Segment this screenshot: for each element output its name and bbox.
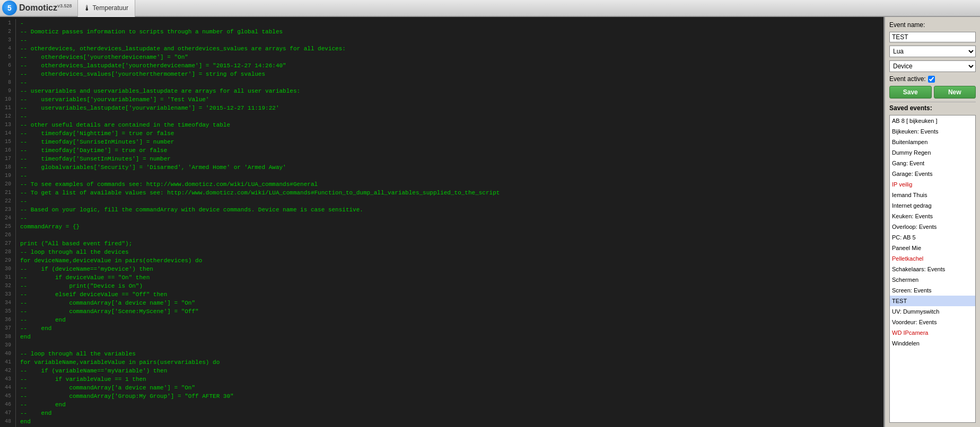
- line-content: --: [20, 172, 27, 180]
- line-number: 5: [0, 53, 16, 61]
- code-line: 12--: [0, 112, 883, 121]
- line-number: 27: [0, 239, 16, 248]
- event-item-voordeur[interactable]: Voordeur: Events: [890, 317, 975, 327]
- event-item-keuken[interactable]: Keuken: Events: [890, 211, 975, 221]
- line-number: 34: [0, 299, 16, 307]
- event-item-iemand-thuis[interactable]: Iemand Thuis: [890, 190, 975, 200]
- event-active-row: Event active:: [889, 75, 976, 83]
- event-item-winddelen[interactable]: Winddelen: [890, 338, 975, 349]
- language-select[interactable]: Lua Python dzVents: [889, 46, 976, 57]
- event-item-screen[interactable]: Screen: Events: [890, 285, 975, 296]
- event-active-checkbox[interactable]: [928, 76, 935, 83]
- event-item-schakelaars[interactable]: Schakelaars: Events: [890, 264, 975, 274]
- line-content: -: [20, 19, 24, 28]
- code-line: 27print ("All based event fired");: [0, 239, 883, 248]
- line-number: 9: [0, 87, 16, 95]
- saved-events-list[interactable]: AB 8 [ bijkeuken ]Bijkeuken: EventsBuite…: [889, 115, 976, 423]
- code-line: 34-- commandArray['a device name'] = "On…: [0, 299, 883, 307]
- saved-events-label: Saved events:: [889, 102, 976, 112]
- line-number: 4: [0, 45, 16, 53]
- line-number: 14: [0, 129, 16, 138]
- line-number: 13: [0, 121, 16, 129]
- event-item-uv[interactable]: UV: Dummyswitch: [890, 306, 975, 317]
- event-active-label: Event active:: [889, 75, 926, 83]
- logo-text: Domoticzv3.528: [19, 3, 72, 13]
- code-line: 5-- otherdevices['yourotherdevicename'] …: [0, 53, 883, 61]
- event-item-pc-ab5[interactable]: PC: AB 5: [890, 232, 975, 243]
- code-line: 10-- uservariables['yourvariablename'] =…: [0, 95, 883, 104]
- code-line: 30-- if (deviceName=='myDevice') then: [0, 265, 883, 273]
- event-item-overloop[interactable]: Overloop: Events: [890, 221, 975, 232]
- code-line: 1-: [0, 19, 883, 28]
- event-item-dummy-regen[interactable]: Dummy Regen: [890, 147, 975, 158]
- code-line: 28-- loop through all the devices: [0, 248, 883, 256]
- line-number: 17: [0, 155, 16, 163]
- right-panel: Event name: Lua Python dzVents Device Ti…: [885, 17, 980, 427]
- code-line: 6-- otherdevices_lastupdate['yourotherde…: [0, 61, 883, 70]
- code-line: 37-- end: [0, 324, 883, 333]
- line-content: --: [20, 214, 27, 223]
- event-item-schermen[interactable]: Schermen: [890, 274, 975, 285]
- event-item-paneel-mie[interactable]: Paneel Mie: [890, 243, 975, 253]
- event-item-test[interactable]: TEST: [890, 296, 975, 306]
- nav-item-temperatuur[interactable]: 🌡Temperatuur: [77, 0, 135, 16]
- line-number: 16: [0, 146, 16, 155]
- line-content: -- print("Device is On"): [20, 282, 143, 290]
- code-line: 46-- end: [0, 401, 883, 409]
- line-content: -- Domoticz passes information to script…: [20, 28, 283, 36]
- event-item-internet-gedrag[interactable]: Internet gedrag: [890, 200, 975, 211]
- logo: 5 Domoticzv3.528: [2, 1, 72, 15]
- code-editor[interactable]: 1-2-- Domoticz passes information to scr…: [0, 17, 885, 427]
- line-number: 29: [0, 256, 16, 265]
- line-number: 25: [0, 223, 16, 231]
- code-line: 40-- loop through all the variables: [0, 350, 883, 358]
- line-number: 28: [0, 248, 16, 256]
- line-content: --: [20, 197, 27, 206]
- line-content: -- commandArray['a device name'] = "On": [20, 299, 195, 307]
- event-item-gang[interactable]: Gang: Event: [890, 158, 975, 168]
- code-line: 22--: [0, 197, 883, 206]
- line-content: print ("All based event fired");: [20, 239, 132, 248]
- event-item-bijkeuken[interactable]: Bijkeuken: Events: [890, 126, 975, 137]
- code-line: 23-- Based on your logic, fill the comma…: [0, 206, 883, 214]
- line-content: -- commandArray['a device name'] = "On": [20, 384, 195, 392]
- code-line: 33-- elseif deviceValue == "Off" then: [0, 290, 883, 299]
- event-name-input[interactable]: [889, 32, 976, 42]
- line-content: -- otherdevices['yourotherdevicename'] =…: [20, 53, 188, 61]
- line-number: 18: [0, 163, 16, 172]
- main-area: 1-2-- Domoticz passes information to scr…: [0, 17, 980, 427]
- line-content: -- loop through all the devices: [20, 248, 129, 256]
- code-line: 3--: [0, 36, 883, 45]
- event-item-pelletkachel[interactable]: Pelletkachel: [890, 253, 975, 264]
- event-item-ip-veilig[interactable]: IP veilig: [890, 179, 975, 190]
- new-button[interactable]: New: [934, 86, 976, 99]
- code-line: 48end: [0, 417, 883, 426]
- line-number: 8: [0, 78, 16, 87]
- code-line: 39: [0, 341, 883, 350]
- line-content: -- commandArray['Group:My Group'] = "Off…: [20, 392, 234, 401]
- line-content: -- end: [20, 316, 66, 324]
- code-line: 15-- timeofday['SunriseInMinutes'] = num…: [0, 138, 883, 146]
- event-item-ab8[interactable]: AB 8 [ bijkeuken ]: [890, 115, 975, 126]
- save-button[interactable]: Save: [889, 86, 932, 99]
- code-line: 41for variableName,variableValue in pair…: [0, 358, 883, 367]
- line-number: 7: [0, 70, 16, 78]
- temperatuur-label: Temperatuur: [93, 4, 128, 12]
- code-line: 26: [0, 231, 883, 239]
- line-number: 33: [0, 290, 16, 299]
- code-line: 18-- globalvariables['Security'] = 'Disa…: [0, 163, 883, 172]
- line-content: -- timeofday['Nighttime'] = true or fals…: [20, 129, 174, 138]
- event-item-wd-ipcamera[interactable]: WD IPcamera: [890, 327, 975, 338]
- line-number: 45: [0, 392, 16, 401]
- event-item-garage[interactable]: Garage: Events: [890, 168, 975, 179]
- line-number: 40: [0, 350, 16, 358]
- code-lines: 1-2-- Domoticz passes information to scr…: [0, 19, 883, 427]
- code-line: 38end: [0, 333, 883, 341]
- line-number: 19: [0, 172, 16, 180]
- line-number: 44: [0, 384, 16, 392]
- logo-icon: 5: [2, 1, 17, 15]
- line-content: -- if deviceValue == "On" then: [20, 273, 150, 282]
- event-item-buitenlampen[interactable]: Buitenlampen: [890, 137, 975, 147]
- type-select[interactable]: Device Time Security: [889, 60, 976, 72]
- line-content: for deviceName,deviceValue in pairs(othe…: [20, 256, 202, 265]
